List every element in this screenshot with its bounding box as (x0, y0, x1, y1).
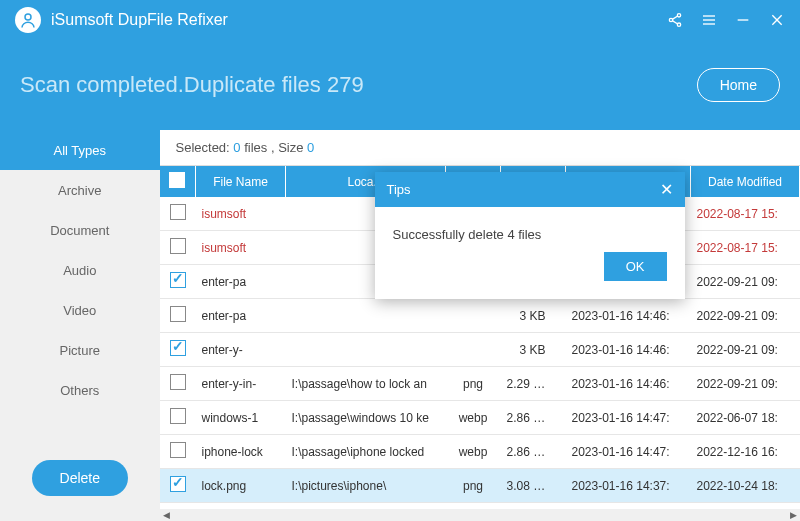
cell-type (446, 299, 501, 333)
selected-label: Selected: (176, 140, 230, 155)
row-checkbox[interactable] (170, 204, 186, 220)
cell-size: 3.08 KB (501, 469, 566, 503)
cell-type: webp (446, 401, 501, 435)
cell-filename: enter-y- (196, 333, 286, 367)
svg-line-5 (672, 21, 677, 24)
col-modified[interactable]: Date Modified (691, 166, 800, 197)
cell-filename: enter-pa (196, 299, 286, 333)
cell-created: 2023-01-16 14:46: (566, 367, 691, 401)
cell-modified: 2022-06-07 18: (691, 401, 800, 435)
row-checkbox[interactable] (170, 238, 186, 254)
cell-location: I:\pictures\iphone\ (286, 469, 446, 503)
cell-created: 2023-01-16 14:37: (566, 469, 691, 503)
cell-filename: enter-y-in- (196, 367, 286, 401)
sidebar-item-archive[interactable]: Archive (0, 170, 160, 210)
share-icon[interactable] (667, 12, 683, 28)
titlebar: iSumsoft DupFile Refixer (0, 0, 800, 40)
cell-modified: 2022-10-24 18: (691, 469, 800, 503)
selected-size: 0 (307, 140, 314, 155)
cell-type: png (446, 367, 501, 401)
svg-line-4 (672, 16, 677, 19)
home-button[interactable]: Home (697, 68, 780, 102)
header-checkbox[interactable] (160, 166, 196, 197)
sidebar: All TypesArchiveDocumentAudioVideoPictur… (0, 130, 160, 521)
selected-mid: files , Size (244, 140, 307, 155)
app-title: iSumsoft DupFile Refixer (51, 11, 667, 29)
scan-status: Scan completed.Duplicate files 279 (20, 72, 697, 98)
row-checkbox[interactable] (170, 374, 186, 390)
sidebar-item-document[interactable]: Document (0, 210, 160, 250)
cell-filename: enter-pa (196, 265, 286, 299)
cell-modified: 2022-09-21 09: (691, 367, 800, 401)
dialog-title: Tips (387, 182, 411, 197)
cell-location (286, 333, 446, 367)
table-row[interactable]: windows-1I:\passage\windows 10 kewebp2.8… (160, 401, 800, 435)
table-row[interactable]: enter-y-3 KB2023-01-16 14:46:2022-09-21 … (160, 333, 800, 367)
sidebar-item-audio[interactable]: Audio (0, 250, 160, 290)
dialog-message: Successfully delete 4 files (375, 207, 685, 252)
cell-modified: 2022-12-16 16: (691, 435, 800, 469)
cell-location: I:\passage\windows 10 ke (286, 401, 446, 435)
header: Scan completed.Duplicate files 279 Home (0, 40, 800, 130)
cell-size: 2.29 KB (501, 367, 566, 401)
cell-created: 2023-01-16 14:47: (566, 435, 691, 469)
menu-icon[interactable] (701, 12, 717, 28)
cell-filename: isumsoft (196, 197, 286, 231)
horizontal-scrollbar[interactable]: ◀ ▶ (160, 509, 801, 521)
ok-button[interactable]: OK (604, 252, 667, 281)
cell-created: 2023-01-16 14:46: (566, 333, 691, 367)
cell-filename: windows-1 (196, 401, 286, 435)
tips-dialog: Tips ✕ Successfully delete 4 files OK (375, 172, 685, 299)
cell-filename: isumsoft (196, 231, 286, 265)
cell-filename: iphone-lock (196, 435, 286, 469)
table-row[interactable]: lock.pngI:\pictures\iphone\png3.08 KB202… (160, 469, 800, 503)
svg-point-0 (25, 14, 31, 20)
cell-size: 2.86 KB (501, 435, 566, 469)
cell-type: webp (446, 435, 501, 469)
sidebar-item-others[interactable]: Others (0, 370, 160, 410)
cell-created: 2023-01-16 14:46: (566, 299, 691, 333)
row-checkbox[interactable] (170, 340, 186, 356)
sidebar-item-all-types[interactable]: All Types (0, 130, 160, 170)
row-checkbox[interactable] (170, 306, 186, 322)
cell-location: I:\passage\iphone locked (286, 435, 446, 469)
cell-modified: 2022-09-21 09: (691, 299, 800, 333)
cell-filename: lock.png (196, 469, 286, 503)
cell-created: 2023-01-16 14:47: (566, 401, 691, 435)
cell-size: 2.86 KB (501, 401, 566, 435)
sidebar-item-video[interactable]: Video (0, 290, 160, 330)
row-checkbox[interactable] (170, 408, 186, 424)
cell-modified: 2022-08-17 15: (691, 231, 800, 265)
main-panel: Selected: 0 files , Size 0 File Name Loc… (160, 130, 801, 521)
selected-count: 0 (233, 140, 240, 155)
table-row[interactable]: enter-y-in-I:\passage\how to lock anpng2… (160, 367, 800, 401)
selection-summary: Selected: 0 files , Size 0 (160, 130, 801, 165)
scroll-right-icon[interactable]: ▶ (786, 510, 800, 520)
table-row[interactable]: iphone-lockI:\passage\iphone lockedwebp2… (160, 435, 800, 469)
scroll-left-icon[interactable]: ◀ (160, 510, 174, 520)
cell-type (446, 333, 501, 367)
table-row[interactable]: enter-pa3 KB2023-01-16 14:46:2022-09-21 … (160, 299, 800, 333)
row-checkbox[interactable] (170, 476, 186, 492)
sidebar-item-picture[interactable]: Picture (0, 330, 160, 370)
cell-size: 3 KB (501, 333, 566, 367)
col-filename[interactable]: File Name (196, 166, 286, 197)
app-logo (15, 7, 41, 33)
cell-modified: 2022-09-21 09: (691, 265, 800, 299)
delete-button[interactable]: Delete (32, 460, 128, 496)
row-checkbox[interactable] (170, 272, 186, 288)
cell-type: png (446, 469, 501, 503)
minimize-icon[interactable] (735, 12, 751, 28)
close-icon[interactable] (769, 12, 785, 28)
dialog-close-icon[interactable]: ✕ (660, 180, 673, 199)
cell-location (286, 299, 446, 333)
row-checkbox[interactable] (170, 442, 186, 458)
cell-modified: 2022-09-21 09: (691, 333, 800, 367)
cell-size: 3 KB (501, 299, 566, 333)
cell-location: I:\passage\how to lock an (286, 367, 446, 401)
cell-modified: 2022-08-17 15: (691, 197, 800, 231)
